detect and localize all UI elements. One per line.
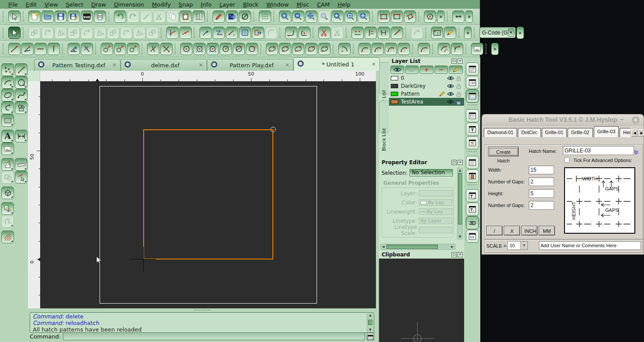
ellipse-inscribed-button[interactable] xyxy=(318,43,331,55)
menu-info[interactable]: Info xyxy=(197,1,216,10)
circle-chord-button[interactable] xyxy=(233,43,245,55)
scale-dropdown[interactable]: 10 ▼ xyxy=(507,241,528,250)
cam-postprocessor-select[interactable]: G-Code (G▼ xyxy=(479,27,516,38)
history-scrollbar[interactable]: ▲ ▼ xyxy=(367,313,373,332)
layer-row-testarea[interactable]: TestArea xyxy=(389,98,464,106)
layer-color-swatch[interactable] xyxy=(391,84,398,88)
circle-slash-button[interactable] xyxy=(239,10,251,23)
shapes-menu-button[interactable] xyxy=(15,101,28,114)
dimensions-menu-button[interactable] xyxy=(15,130,28,142)
rectangle-tool-button[interactable] xyxy=(378,10,390,23)
close-panel-icon[interactable]: ✕ xyxy=(458,252,463,257)
scroll-thumb[interactable] xyxy=(458,173,462,225)
decimal-precision-button[interactable]: .1 xyxy=(431,27,443,39)
canvas-panel-splitter[interactable] xyxy=(376,57,379,342)
layer-visible-eye-icon[interactable] xyxy=(447,84,454,88)
line-tangent-button[interactable] xyxy=(81,43,93,55)
selection-dropdown[interactable]: No Selection xyxy=(410,169,453,176)
property-v-scrollbar[interactable]: ▲ ▼ xyxy=(457,168,463,239)
trim-two-button[interactable] xyxy=(179,27,192,39)
remove-layer-button[interactable]: − xyxy=(434,66,448,74)
line-angle-button[interactable] xyxy=(21,43,34,55)
open-drawing-button[interactable] xyxy=(41,10,54,23)
scroll-up-icon[interactable]: ▲ xyxy=(458,168,462,173)
line-bisector-button[interactable] xyxy=(68,43,80,55)
insert-image-button[interactable] xyxy=(471,43,483,55)
line-tangent-point-button[interactable] xyxy=(101,43,113,55)
hatch-lines-button[interactable] xyxy=(1,231,14,243)
scroll-up-icon[interactable]: ▲ xyxy=(367,313,373,318)
line-two-points-button[interactable] xyxy=(8,43,21,55)
menu-dimension[interactable]: Dimension xyxy=(110,1,148,10)
hatch-edit-button[interactable] xyxy=(444,27,456,39)
zoom-auto-button[interactable] xyxy=(305,10,317,23)
menu-window[interactable]: Window xyxy=(262,1,293,10)
dock-text-options-button[interactable] xyxy=(466,203,479,216)
dock-command-history-button[interactable] xyxy=(466,156,479,169)
gaps-width-input[interactable] xyxy=(529,177,554,186)
inch-unit-button[interactable]: INCH xyxy=(521,226,537,235)
block-create-button[interactable]: G xyxy=(239,27,251,39)
distance-tool-button[interactable] xyxy=(452,10,465,23)
gaps-height-input[interactable] xyxy=(529,201,554,210)
arc-tangent-button[interactable] xyxy=(438,43,450,55)
circle-center-radius-button[interactable] xyxy=(220,43,232,55)
layer-lock-icon[interactable] xyxy=(455,76,462,81)
dock-font-toolbar-button[interactable]: 1 xyxy=(466,189,479,202)
print-preview-button[interactable] xyxy=(94,10,106,23)
divide-button[interactable] xyxy=(318,27,331,39)
arc-corner-button[interactable] xyxy=(418,43,430,55)
ellipse-axis-button[interactable] xyxy=(279,43,291,55)
zoom-pan-button[interactable] xyxy=(358,10,370,23)
save-as-button[interactable] xyxy=(68,10,80,23)
side-tab-block-list[interactable]: Block List xyxy=(379,100,389,133)
multiply-unit-button[interactable]: X xyxy=(504,226,520,235)
float-panel-icon[interactable] xyxy=(451,59,457,64)
rectangle-3pt-tool-button[interactable] xyxy=(404,10,416,23)
scroll-down-icon[interactable]: ▼ xyxy=(367,328,373,332)
circle-center-point-button[interactable] xyxy=(180,43,193,55)
polygon-tool-button[interactable] xyxy=(424,10,436,23)
command-widget-handle[interactable] xyxy=(194,310,210,311)
hatch-name-input[interactable] xyxy=(563,146,634,155)
menu-help[interactable]: Help xyxy=(334,1,355,10)
menu-layer[interactable]: Layer xyxy=(215,1,239,10)
selection-pointer-button[interactable] xyxy=(8,27,21,39)
rectangle-2pt-tool-button[interactable] xyxy=(391,10,403,23)
menu-edit[interactable]: Edit xyxy=(22,1,41,10)
dock-layer-list-button[interactable] xyxy=(466,62,479,76)
tab-delme[interactable]: delme.dxf ✕ xyxy=(121,59,207,71)
advanced-options-checkbox[interactable] xyxy=(564,157,570,163)
layer-edit-pencil-icon[interactable] xyxy=(438,91,446,97)
tab-untitled-1[interactable]: * Untitled 1 ✕ xyxy=(293,57,380,71)
ellipses-menu-button[interactable] xyxy=(1,89,14,101)
mm-unit-button[interactable]: MM xyxy=(539,226,555,235)
tab-herringbone[interactable]: Herringbo xyxy=(620,128,630,137)
points-menu-button[interactable] xyxy=(1,63,14,76)
float-panel-icon[interactable] xyxy=(451,252,457,257)
draw-order-button[interactable] xyxy=(213,10,225,23)
snap-endpoint-button[interactable] xyxy=(365,27,377,39)
image-menu-button[interactable] xyxy=(1,142,14,155)
svg-export-button[interactable]: SVG xyxy=(81,10,93,23)
minimize-icon[interactable]: – xyxy=(620,115,623,123)
tab-dotcirc[interactable]: DotCirc xyxy=(518,128,541,137)
menu-modify[interactable]: Modify xyxy=(148,1,175,10)
polylines-menu-button[interactable] xyxy=(1,101,14,114)
menu-cam[interactable]: CAM xyxy=(313,1,334,10)
circle-two-points-radius-button[interactable] xyxy=(207,43,219,55)
layer-row-0[interactable]: 0 xyxy=(389,74,464,82)
testarea-rectangle-entity[interactable] xyxy=(143,129,273,259)
arc-start-direction-button[interactable] xyxy=(451,43,463,55)
stretch-handles-button[interactable] xyxy=(351,27,364,39)
tab-scroll-right-icon[interactable]: ▶ xyxy=(638,129,644,137)
dialog-title-bar[interactable]: Basic Hatch Tool V3.5.1 © J.M.Hyslop – ✕ xyxy=(482,114,644,125)
ellipse-quadrant-button[interactable] xyxy=(305,43,317,55)
circles-menu-button[interactable] xyxy=(15,76,28,89)
grid-toggle-button[interactable] xyxy=(259,10,271,23)
paste-button[interactable] xyxy=(179,10,192,23)
ellipse-focus-button[interactable] xyxy=(292,43,304,55)
dock-pen-palette-button[interactable] xyxy=(466,136,479,149)
undo-button[interactable] xyxy=(114,10,126,23)
keyboard-toggle-button[interactable] xyxy=(367,333,374,340)
